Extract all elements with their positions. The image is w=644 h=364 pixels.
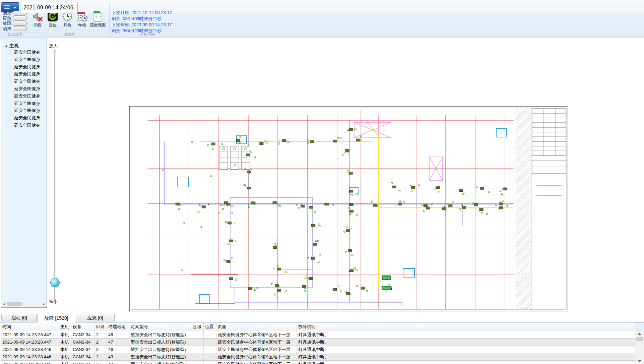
column-header-filler: [332, 322, 635, 331]
cell-10: [332, 353, 635, 360]
cell-0: 2021-09-09 14:23:28.446: [1, 353, 59, 360]
cell-2: CAN2-34: [71, 346, 95, 353]
tree-item-host[interactable]: 延安全民健身: [14, 71, 46, 77]
evacuation-plan-icon: [92, 11, 103, 22]
fault-table-row[interactable]: 2021-09-09 14:23:28.446本机CAN2-34246壁挂安全出…: [1, 346, 635, 353]
cell-5: 壁挂安全出口标志灯(智能型): [129, 361, 191, 364]
column-header-1[interactable]: 主机: [59, 322, 71, 331]
status-row-emergency: 应急:: [3, 15, 13, 20]
cell-4: 43: [107, 353, 129, 360]
cell-10: [332, 331, 635, 338]
fault-table-row[interactable]: 2021-09-09 14:23:28.447本机CAN2-34248壁挂安全出…: [1, 331, 635, 339]
evacuation-plan-button-label: 疏散预案: [88, 22, 108, 28]
mute-button-label: 消音: [30, 22, 45, 28]
column-header-8[interactable]: 页面: [216, 322, 297, 331]
cell-4: 42: [107, 361, 129, 364]
fault-table: 时间主机设备回路终端地址灯具型号区域位置页面故障说明 2021-09-09 14…: [1, 322, 636, 364]
scrollbar-corner: [635, 322, 644, 331]
mute-button[interactable]: 消音: [30, 11, 45, 28]
column-header-7[interactable]: 位置: [204, 322, 216, 331]
tree-item-host[interactable]: 延安全民健身: [14, 78, 46, 84]
cell-0: 2021-09-09 14:23:28.447: [1, 339, 59, 346]
cell-1: 本机: [59, 339, 71, 346]
bottom-tab-0[interactable]: 启动 [0]: [1, 314, 37, 321]
tree-item-host[interactable]: 延安全民健身: [14, 101, 46, 107]
tree-item-host[interactable]: 延安全民健身: [14, 49, 46, 55]
tree-root-host[interactable]: 主机: [9, 43, 19, 49]
scroll-up-icon: [638, 333, 641, 335]
cell-9: 灯具通讯中断。: [297, 346, 332, 353]
tree-expanded-icon[interactable]: [5, 45, 7, 47]
cell-8: 延安全民健身中心体育馆A区地下一层: [216, 346, 297, 353]
tree-item-host[interactable]: 延安全民健身: [14, 93, 46, 99]
tree-item-host[interactable]: 延安全民健身: [14, 57, 46, 63]
tree-item-host[interactable]: 延安全民健身: [14, 115, 46, 121]
scroll-down-button[interactable]: [635, 359, 644, 364]
tree-item-host[interactable]: 延安全民健身: [14, 122, 46, 128]
cell-6: [191, 339, 204, 346]
status-row-start: 启动:: [3, 10, 13, 15]
cell-0: 2021-09-09 14:23:28.447: [1, 331, 59, 338]
monthly-remaining: 剩余: 032日09时59分11秒: [112, 16, 162, 21]
column-header-4[interactable]: 终端地址: [107, 322, 129, 331]
scroll-right-icon[interactable]: [43, 303, 45, 306]
column-header-3[interactable]: 回路: [95, 322, 107, 331]
cell-1: 本机: [59, 346, 71, 353]
reset-button-label: 复位: [45, 22, 60, 28]
cell-6: [191, 361, 204, 364]
bottom-tab-1[interactable]: 故障 [1529]: [38, 314, 75, 322]
cell-9: 灯具通讯中断。: [297, 331, 332, 338]
table-vertical-scrollbar[interactable]: [635, 331, 644, 364]
scrollbar-thumb[interactable]: [636, 337, 643, 341]
cell-1: 本机: [59, 361, 71, 364]
annual-check-button-label: 年检: [75, 22, 89, 28]
cell-7: [204, 353, 216, 360]
tree-item-host[interactable]: 延安全民健身: [14, 108, 46, 114]
monthly-check-button[interactable]: 月检: [60, 11, 75, 28]
tree-horizontal-scrollbar[interactable]: [2, 302, 46, 307]
cell-7: [204, 361, 216, 364]
cell-3: 2: [95, 353, 107, 360]
fault-table-row[interactable]: 2021-09-09 14:23:28.447本机CAN2-34247壁挂安全出…: [1, 339, 635, 346]
app-window: 2021-09-09 14:24:06 启动: 应急: 故障: 消声: 状态提示…: [0, 0, 644, 364]
cell-2: CAN2-34: [71, 339, 95, 346]
annual-check-button[interactable]: 年检: [75, 11, 89, 28]
column-header-5[interactable]: 灯具型号: [129, 322, 191, 331]
column-header-2[interactable]: 设备: [71, 322, 95, 331]
menu-icon: [4, 5, 10, 9]
evacuation-plan-button[interactable]: 疏散预案: [88, 11, 108, 28]
group-label-status: 状态提示: [0, 32, 30, 37]
cell-3: 2: [95, 339, 107, 346]
clock-tab[interactable]: 2021-09-09 14:24:06: [20, 2, 78, 13]
bottom-tab-2[interactable]: 应急 [0]: [76, 314, 115, 321]
fault-table-row[interactable]: 2021-09-09 14:23:28.445本机CAN2-34242壁挂安全出…: [1, 361, 635, 364]
status-row-fault: 故障:: [3, 20, 13, 25]
reset-button[interactable]: 复位: [45, 11, 60, 28]
cell-2: CAN2-34: [71, 361, 95, 364]
column-header-6[interactable]: 区域: [191, 322, 204, 331]
column-header-9[interactable]: 故障说明: [297, 322, 332, 331]
cell-6: [191, 331, 204, 338]
cell-7: [204, 331, 216, 338]
cell-4: 48: [107, 331, 129, 338]
calendar-clock-icon: [77, 11, 87, 22]
cell-8: 延安全民健身中心体育馆A区地下一层: [216, 361, 297, 364]
scroll-up-button[interactable]: [635, 331, 644, 337]
cell-7: [204, 346, 216, 353]
cell-5: 壁挂安全出口标志灯(智能型): [129, 331, 191, 338]
status-indicator-fault: [13, 21, 27, 26]
group-label-selfcheck: 自检周期: [132, 32, 163, 37]
tree-item-host[interactable]: 延安全民健身: [14, 86, 46, 92]
cell-4: 47: [107, 339, 129, 346]
fault-table-row[interactable]: 2021-09-09 14:23:28.446本机CAN2-34243壁挂安全出…: [1, 353, 635, 361]
cell-10: [332, 346, 635, 353]
cell-5: 壁挂安全出口标志灯(智能型): [129, 353, 191, 360]
cell-3: 2: [95, 331, 107, 338]
column-header-0[interactable]: 时间: [1, 322, 59, 331]
cell-9: 灯具通讯中断。: [297, 339, 332, 346]
fault-table-header: 时间主机设备回路终端地址灯具型号区域位置页面故障说明: [1, 322, 635, 331]
scrollbar-thumb[interactable]: [7, 302, 22, 306]
cell-1: 本机: [59, 331, 71, 338]
tree-item-host[interactable]: 延安全民健身: [14, 64, 46, 70]
scroll-left-icon[interactable]: [3, 303, 5, 306]
